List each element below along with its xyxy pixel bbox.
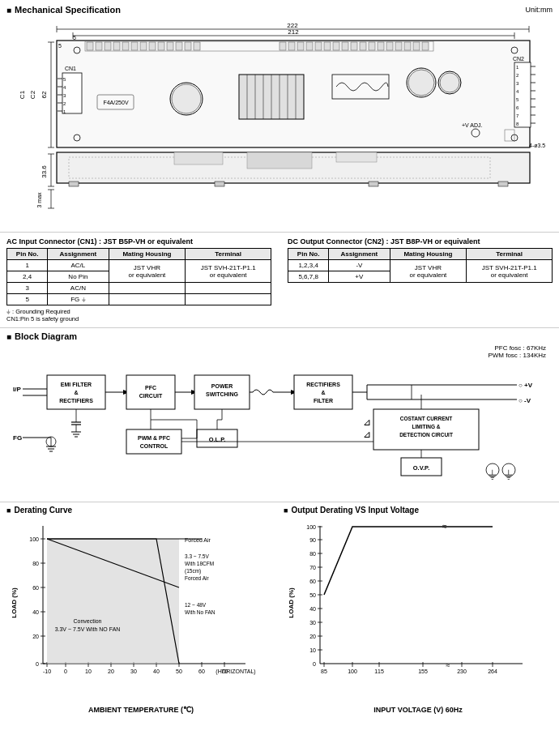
svg-rect-32 [122, 42, 129, 50]
svg-text:62: 62 [41, 91, 48, 98]
pfc-note: PFC fosc : 67KHz PWM fosc : 134KHz [488, 344, 546, 359]
svg-rect-56 [413, 42, 420, 50]
svg-rect-57 [422, 42, 429, 50]
output-derating-svg: 0 10 20 30 40 50 60 70 80 90 100 [284, 518, 543, 704]
svg-rect-34 [140, 42, 147, 50]
svg-rect-36 [158, 42, 164, 50]
svg-rect-54 [395, 42, 402, 50]
mech-spec-title: Mechanical Specification [6, 5, 121, 15]
svg-text:⊿: ⊿ [363, 429, 371, 440]
svg-text:○ -V: ○ -V [518, 397, 531, 404]
svg-text:5: 5 [58, 43, 62, 49]
svg-text:0: 0 [313, 661, 316, 667]
dc-connector-title: DC Output Connector (CN2) : JST B8P-VH o… [288, 237, 553, 246]
svg-text:F4A/250V: F4A/250V [103, 100, 128, 105]
svg-marker-227 [47, 539, 179, 664]
svg-text:CONTROL: CONTROL [140, 443, 169, 449]
svg-text:264: 264 [488, 668, 497, 674]
dc-connector-table: Pin No. Assignment Mating Housing Termin… [288, 248, 553, 283]
ac-connector-block: AC Input Connector (CN1) : JST B5P-VH or… [6, 237, 271, 322]
svg-text:Forced Air: Forced Air [185, 537, 211, 543]
svg-text:LOAD (%): LOAD (%) [288, 587, 295, 618]
svg-rect-45 [315, 42, 322, 50]
svg-rect-53 [386, 42, 393, 50]
svg-rect-52 [378, 42, 384, 50]
svg-text:3 max: 3 max [36, 192, 42, 208]
output-derating-title: Output Derating VS Input Voltage [284, 506, 553, 515]
svg-text:I/P: I/P [13, 386, 21, 393]
svg-text:5: 5 [73, 35, 76, 41]
svg-text:&: & [321, 390, 325, 395]
svg-rect-112 [247, 152, 312, 169]
svg-text:FG: FG [13, 434, 22, 442]
pcb-svg: 222 212 62 C2 C1 33.6 3 max [12, 18, 547, 229]
mechanical-spec-section: Mechanical Specification Unit:mm 222 212… [0, 0, 559, 233]
svg-rect-113 [336, 152, 377, 162]
unit-label: Unit:mm [526, 6, 553, 14]
derating-curve-svg: 0 20 40 60 80 100 LOAD (%) -10 0 [6, 518, 266, 704]
grounding-note: ⏚ : Grounding Required CN1:Pin 5 is safe… [6, 308, 271, 322]
svg-rect-46 [324, 42, 331, 50]
svg-rect-51 [369, 42, 375, 50]
svg-rect-35 [149, 42, 156, 50]
svg-text:40: 40 [153, 668, 160, 674]
svg-rect-31 [113, 42, 120, 50]
svg-text:CIRCUIT: CIRCUIT [139, 393, 163, 399]
svg-text:Convection: Convection [73, 618, 101, 624]
svg-rect-114 [69, 182, 79, 186]
block-diagram-title: Block Diagram [6, 331, 553, 341]
block-diagram-svg: I/P FG EMI FILTER & RECTIFIERS [6, 344, 541, 494]
svg-text:LOAD (%): LOAD (%) [11, 587, 18, 618]
svg-rect-42 [288, 42, 295, 50]
svg-rect-50 [360, 42, 366, 50]
svg-text:40: 40 [309, 606, 316, 612]
svg-rect-55 [404, 42, 411, 50]
svg-text:(15cm): (15cm) [185, 568, 201, 574]
svg-text:PFC: PFC [145, 385, 156, 391]
svg-text:33.6: 33.6 [41, 165, 48, 178]
svg-text:70: 70 [309, 565, 316, 570]
svg-text:115: 115 [374, 668, 384, 674]
svg-text:90: 90 [309, 537, 316, 543]
svg-text:80: 80 [32, 561, 39, 566]
svg-text:CN2: CN2 [513, 56, 524, 62]
block-diagram-area: PFC fosc : 67KHz PWM fosc : 134KHz I/P F… [6, 344, 553, 498]
output-derating-block: Output Derating VS Input Voltage 0 10 20… [284, 506, 553, 714]
table-row: 3 AC/N [7, 283, 271, 294]
svg-text:40: 40 [32, 609, 39, 615]
derating-curve-title: Derating Curve [6, 506, 275, 515]
svg-text:50: 50 [309, 592, 316, 598]
svg-point-86 [440, 73, 459, 92]
svg-text:⊿: ⊿ [363, 416, 371, 428]
svg-text:C1: C1 [19, 90, 26, 99]
table-row: 1 AC/L JST VHRor equivalent JST SVH-21T-… [7, 260, 271, 271]
svg-rect-40 [194, 42, 200, 50]
ac-connector-title: AC Input Connector (CN1) : JST B5P-VH or… [6, 237, 271, 246]
pcb-drawing: 222 212 62 C2 C1 33.6 3 max [12, 18, 547, 229]
charts-section: Derating Curve 0 20 40 60 80 100 [0, 502, 559, 717]
svg-text:≈: ≈ [446, 661, 450, 669]
svg-text:60: 60 [198, 668, 205, 674]
svg-text:With No FAN: With No FAN [185, 609, 215, 615]
svg-text:60: 60 [309, 579, 316, 584]
svg-text:RECTIFIERS: RECTIFIERS [59, 398, 93, 404]
svg-rect-48 [342, 42, 348, 50]
svg-rect-117 [498, 182, 508, 186]
svg-rect-116 [369, 182, 378, 186]
dc-col-pin: Pin No. [288, 249, 329, 260]
dc-col-terminal: Terminal [467, 249, 553, 260]
dc-col-housing: Mating Housing [390, 249, 467, 260]
svg-text:+V ADJ.: +V ADJ. [462, 122, 483, 128]
ac-col-pin: Pin No. [7, 249, 48, 260]
svg-text:(HORIZONTAL): (HORIZONTAL) [215, 668, 255, 675]
svg-text:20: 20 [108, 668, 114, 674]
derating-x-label: AMBIENT TEMPERATURE (℃) [6, 706, 275, 714]
svg-text:○ +V: ○ +V [518, 382, 533, 389]
svg-point-84 [408, 70, 434, 96]
svg-text:85: 85 [321, 668, 327, 674]
svg-rect-47 [333, 42, 339, 50]
svg-rect-176 [126, 429, 181, 454]
ac-col-housing: Mating Housing [109, 249, 186, 260]
block-diagram-section: Block Diagram PFC fosc : 67KHz PWM fosc … [0, 327, 559, 502]
ac-connector-table: Pin No. Assignment Mating Housing Termin… [6, 248, 271, 305]
